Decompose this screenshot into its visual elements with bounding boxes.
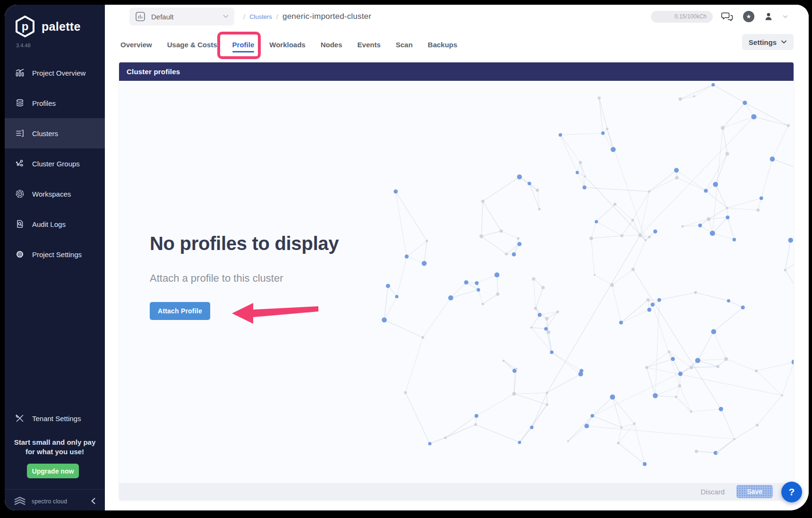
main-area: Default / Clusters / generic-imported-cl… (105, 5, 809, 510)
breadcrumb-separator: / (276, 13, 278, 21)
tab-usage-costs[interactable]: Usage & Costs (167, 34, 217, 55)
palette-logo-icon: p (14, 15, 36, 38)
topbar-right: 0.15/100kCh ★ (651, 5, 789, 28)
sidebar-footer-divider (5, 489, 105, 490)
sidebar-item-label: Project Settings (32, 250, 82, 259)
brand-name: palette (42, 20, 81, 34)
sidebar-item-workspaces[interactable]: Workspaces (5, 179, 105, 209)
sidebar-item-tenant-settings[interactable]: Tenant Settings (5, 403, 105, 433)
star-icon: ★ (743, 11, 754, 22)
workspaces-icon (15, 189, 25, 199)
settings-button[interactable]: Settings (742, 34, 794, 50)
settings-button-label: Settings (749, 38, 777, 46)
help-button[interactable]: ? (781, 482, 802, 502)
sidebar-item-label: Cluster Groups (32, 160, 80, 168)
promo-text: Start small and only pay for what you us… (5, 438, 105, 457)
project-selector[interactable]: Default (129, 8, 234, 26)
brand-logo: p palette (14, 15, 81, 38)
app-version: 3.4.48 (16, 43, 31, 48)
chevron-down-icon (781, 40, 787, 44)
app-window: p palette 3.4.48 Project Overview Profil… (5, 5, 809, 510)
sidebar-footer: spectro cloud (5, 492, 105, 510)
project-settings-icon (15, 250, 25, 259)
sidebar-item-profiles[interactable]: Profiles (5, 88, 105, 118)
tab-scan[interactable]: Scan (396, 34, 413, 55)
panel-action-bar: Discard Save (119, 483, 794, 500)
cluster-tabbar: Overview Usage & Costs Profile Workloads… (105, 32, 809, 57)
clusters-icon (15, 129, 25, 138)
discard-button[interactable]: Discard (701, 488, 725, 496)
sidebar-item-clusters[interactable]: Clusters (5, 118, 105, 148)
tab-workloads[interactable]: Workloads (269, 34, 305, 55)
sidebar-nav: Project Overview Profiles Clusters (5, 58, 105, 269)
user-menu-button[interactable] (762, 10, 775, 23)
spectro-cloud-logo-icon (12, 496, 27, 507)
chevron-down-icon (783, 15, 788, 18)
usage-pill: 0.15/100kCh (651, 11, 713, 23)
project-overview-icon (15, 68, 25, 78)
sidebar-item-label: Tenant Settings (32, 414, 81, 423)
sidebar-item-project-overview[interactable]: Project Overview (5, 58, 105, 88)
save-button[interactable]: Save (736, 485, 773, 498)
panel-body: No profiles to display Attach a profile … (119, 81, 794, 483)
screenshot-stage: p palette 3.4.48 Project Overview Profil… (0, 0, 812, 518)
tab-overview[interactable]: Overview (120, 34, 152, 55)
whats-new-button[interactable]: ★ (742, 10, 755, 23)
sidebar-item-project-settings[interactable]: Project Settings (5, 239, 105, 269)
spectro-cloud-brand: spectro cloud (32, 498, 67, 505)
empty-state-subtitle: Attach a profile to this cluster (150, 272, 283, 285)
breadcrumb-link-clusters[interactable]: Clusters (249, 13, 272, 20)
promo-line-2: for what you use! (5, 447, 105, 457)
sidebar-collapse-button[interactable] (89, 496, 97, 508)
sidebar-item-label: Clusters (32, 130, 58, 138)
tenant-settings-icon (15, 414, 25, 423)
profiles-icon (15, 98, 25, 108)
attach-profile-button[interactable]: Attach Profile (150, 302, 210, 320)
upgrade-now-button[interactable]: Upgrade now (27, 464, 79, 478)
sidebar-item-label: Project Overview (32, 69, 85, 77)
tab-backups[interactable]: Backups (428, 34, 458, 55)
cluster-profiles-panel: Cluster profiles No profiles to display … (119, 62, 794, 500)
panel-header: Cluster profiles (119, 62, 794, 81)
sidebar-item-label: Workspaces (32, 190, 71, 198)
user-menu-chevron-button[interactable] (782, 14, 789, 19)
chat-button[interactable] (720, 10, 735, 23)
tab-nodes[interactable]: Nodes (321, 34, 342, 55)
sidebar-item-label: Profiles (32, 99, 56, 107)
user-icon (763, 11, 774, 22)
audit-logs-icon (15, 219, 25, 229)
chat-bubbles-icon (721, 11, 734, 22)
tab-events[interactable]: Events (358, 34, 381, 55)
breadcrumb: / Clusters / generic-imported-cluster (243, 5, 371, 28)
project-selector-value: Default (151, 13, 174, 21)
empty-state-title: No profiles to display (150, 232, 339, 255)
promo-line-1: Start small and only pay (5, 438, 105, 447)
sidebar-item-label: Audit Logs (32, 220, 66, 228)
breadcrumb-separator: / (243, 13, 245, 21)
sidebar: p palette 3.4.48 Project Overview Profil… (5, 5, 105, 510)
cluster-groups-icon (15, 159, 25, 168)
tab-profile[interactable]: Profile (232, 34, 255, 55)
svg-text:p: p (22, 20, 29, 33)
chevron-down-icon (223, 15, 229, 18)
sidebar-item-cluster-groups[interactable]: Cluster Groups (5, 148, 105, 179)
chevron-left-icon (91, 498, 95, 504)
sidebar-item-audit-logs[interactable]: Audit Logs (5, 209, 105, 239)
breadcrumb-current-cluster: generic-imported-cluster (282, 12, 371, 21)
project-chart-icon (135, 11, 145, 22)
